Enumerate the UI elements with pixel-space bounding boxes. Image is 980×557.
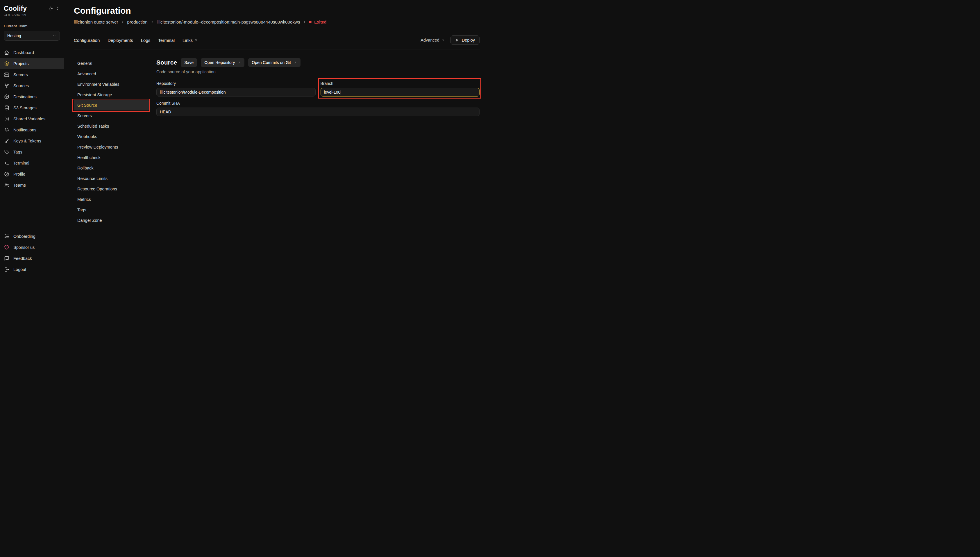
open-commits-button[interactable]: Open Commits on Git <box>248 58 301 67</box>
sidebar-item-servers[interactable]: Servers <box>0 69 63 80</box>
breadcrumb-environment[interactable]: production <box>127 20 148 24</box>
subnav-resource-limits[interactable]: Resource Limits <box>74 173 149 184</box>
subnav-rollback[interactable]: Rollback <box>74 163 149 173</box>
subnav-persistent-storage[interactable]: Persistent Storage <box>74 90 149 100</box>
deploy-label: Deploy <box>462 38 475 42</box>
tab-bar-right: Advanced Deploy <box>421 36 479 45</box>
config-subnav: General Advanced Environment Variables P… <box>74 58 149 226</box>
sidebar-item-feedback[interactable]: Feedback <box>0 253 63 264</box>
sidebar-item-profile[interactable]: Profile <box>0 169 63 180</box>
subnav-resource-operations[interactable]: Resource Operations <box>74 184 149 194</box>
sidebar-item-logout[interactable]: Logout <box>0 264 63 275</box>
sidebar-item-label: Profile <box>13 172 25 176</box>
tab-links[interactable]: Links <box>182 38 198 43</box>
sidebar-nav: Dashboard Projects Servers Sources Desti… <box>0 47 63 191</box>
sidebar-item-label: Sources <box>13 83 29 88</box>
open-repository-button[interactable]: Open Repository <box>201 58 244 67</box>
subnav-git-source[interactable]: Git Source <box>74 100 149 111</box>
status-badge: Exited <box>309 20 327 24</box>
subnav-environment-variables[interactable]: Environment Variables <box>74 79 149 90</box>
sidebar-item-tags[interactable]: Tags <box>0 147 63 158</box>
sidebar: Coolify v4.0.0-beta.399 Current Team Hos… <box>0 0 64 278</box>
sidebar-item-notifications[interactable]: Notifications <box>0 124 63 135</box>
subnav-tags[interactable]: Tags <box>74 205 149 215</box>
heart-icon <box>4 244 10 250</box>
text-caret <box>341 90 341 94</box>
sidebar-item-label: Destinations <box>13 94 37 99</box>
source-title: Source <box>156 59 177 66</box>
deploy-button[interactable]: Deploy <box>450 36 479 45</box>
open-repository-label: Open Repository <box>204 60 235 65</box>
sidebar-item-label: Projects <box>13 61 28 66</box>
git-fork-icon <box>4 83 10 89</box>
save-button[interactable]: Save <box>181 58 197 67</box>
subnav-healthcheck[interactable]: Healthcheck <box>74 152 149 163</box>
sidebar-item-s3-storages[interactable]: S3 Storages <box>0 102 63 113</box>
breadcrumb-project[interactable]: illicitonion quote server <box>74 20 118 24</box>
sidebar-item-terminal[interactable]: Terminal <box>0 158 63 169</box>
logout-icon <box>4 267 10 272</box>
sidebar-item-label: Feedback <box>13 256 32 261</box>
sidebar-item-sponsor-us[interactable]: Sponsor us <box>0 242 63 253</box>
tab-terminal[interactable]: Terminal <box>158 38 175 43</box>
repository-field: Repository illicitestonion/Module-Decomp… <box>156 81 315 96</box>
subnav-scheduled-tasks[interactable]: Scheduled Tasks <box>74 121 149 131</box>
app-version: v4.0.0-beta.399 <box>0 13 63 17</box>
tab-deployments[interactable]: Deployments <box>107 38 133 43</box>
sidebar-item-shared-variables[interactable]: Shared Variables <box>0 113 63 124</box>
checklist-icon <box>4 233 10 239</box>
sidebar-item-label: Keys & Tokens <box>13 138 41 143</box>
sidebar-item-destinations[interactable]: Destinations <box>0 91 63 102</box>
logo-row: Coolify <box>0 5 63 13</box>
subnav-general[interactable]: General <box>74 58 149 68</box>
sidebar-footer-nav: Onboarding Sponsor us Feedback Logout <box>0 231 63 275</box>
tab-configuration[interactable]: Configuration <box>74 38 100 43</box>
breadcrumb-application[interactable]: illicitestonion/-module--decomposition:m… <box>157 20 300 24</box>
team-select-value: Hosting <box>7 33 21 38</box>
sidebar-item-label: Terminal <box>13 161 29 165</box>
repository-value: illicitestonion/Module-Decomposition <box>160 90 226 94</box>
subnav-webhooks[interactable]: Webhooks <box>74 131 149 142</box>
key-icon <box>4 138 10 144</box>
branch-field: Branch level-100 <box>320 81 480 96</box>
sidebar-item-projects[interactable]: Projects <box>0 58 63 69</box>
chevron-right-icon <box>121 20 125 24</box>
subnav-danger-zone[interactable]: Danger Zone <box>74 215 149 226</box>
current-team-label: Current Team <box>0 17 63 28</box>
subnav-servers[interactable]: Servers <box>74 111 149 121</box>
external-link-icon <box>237 61 241 64</box>
source-fields: Repository illicitestonion/Module-Decomp… <box>156 81 479 116</box>
home-icon <box>4 50 10 55</box>
sidebar-item-onboarding[interactable]: Onboarding <box>0 231 63 242</box>
sidebar-item-dashboard[interactable]: Dashboard <box>0 47 63 58</box>
sidebar-item-label: Teams <box>13 183 26 187</box>
users-icon <box>4 182 10 188</box>
branch-label: Branch <box>320 81 480 86</box>
selector-icon <box>440 38 445 42</box>
tag-icon <box>4 149 10 155</box>
subnav-metrics[interactable]: Metrics <box>74 194 149 205</box>
branch-input[interactable]: level-100 <box>320 88 480 96</box>
repository-label: Repository <box>156 81 315 86</box>
advanced-menu[interactable]: Advanced <box>421 38 445 42</box>
repository-input[interactable]: illicitestonion/Module-Decomposition <box>156 88 315 96</box>
chevron-down-icon <box>52 34 56 38</box>
sidebar-item-sources[interactable]: Sources <box>0 80 63 91</box>
team-select[interactable]: Hosting <box>4 31 60 41</box>
theme-toggle-sun-icon[interactable] <box>49 6 53 11</box>
subnav-preview-deployments[interactable]: Preview Deployments <box>74 142 149 152</box>
tab-logs[interactable]: Logs <box>141 38 151 43</box>
server-icon <box>4 72 10 78</box>
branch-value: level-100 <box>324 90 341 94</box>
commit-sha-label: Commit SHA <box>156 101 479 106</box>
sidebar-item-keys-tokens[interactable]: Keys & Tokens <box>0 135 63 147</box>
sidebar-item-label: Tags <box>13 150 23 155</box>
instance-selector-icon[interactable] <box>55 6 60 11</box>
cube-icon <box>4 94 10 100</box>
sidebar-item-label: Servers <box>13 72 28 77</box>
sidebar-item-teams[interactable]: Teams <box>0 180 63 191</box>
chevron-right-icon <box>302 20 306 24</box>
commit-sha-input[interactable]: HEAD <box>156 107 479 116</box>
subnav-advanced[interactable]: Advanced <box>74 68 149 79</box>
layers-icon <box>4 61 10 67</box>
